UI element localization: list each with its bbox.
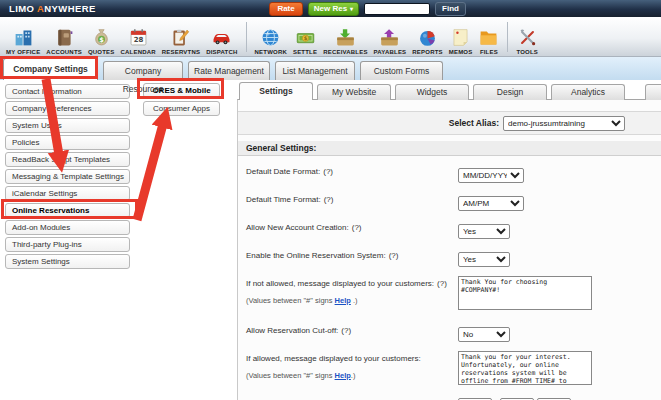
ores-panel-tabs: Settings My Website Widgets Design Analy… (239, 82, 661, 100)
toolbar-label: SETTLE (293, 49, 317, 55)
default-date-format-select[interactable]: MM/DD/YYYY (458, 168, 524, 183)
svg-text:28: 28 (133, 36, 143, 44)
submenu-item-consumer-apps[interactable]: Consumer Apps (143, 101, 220, 116)
enable-online-reservation-select[interactable]: Yes (458, 252, 510, 267)
find-button[interactable]: Find (435, 2, 466, 16)
field-label: If allowed, message displayed to your cu… (246, 354, 421, 363)
annotation-arrow-up (137, 124, 163, 220)
toolbar-divider (507, 22, 508, 52)
tab-partial[interactable] (645, 84, 661, 100)
toolbar-item-memos[interactable]: MEMOS (446, 19, 476, 55)
allow-reservation-cutoff-select[interactable]: No (458, 327, 510, 342)
field-sublabel-end: .) (351, 371, 356, 380)
toolbar-label: MEMOS (449, 49, 473, 55)
toolbar-item-my-office[interactable]: MY OFFICE (3, 19, 43, 55)
limo-anywhere-logo: LIMO ANYWHERE (9, 3, 96, 14)
tab-company-resources[interactable]: Company Resources (103, 61, 183, 80)
tab-list-management[interactable]: List Management (275, 61, 355, 80)
tab-widgets[interactable]: Widgets (395, 84, 469, 100)
toolbar-divider (246, 22, 247, 52)
field-sublabel-end: .) (351, 296, 358, 305)
main-icon-toolbar: MY OFFICE ACCOUNTS $ QUOTES 28 CALENDAR (0, 17, 661, 57)
field-label: Allow Reservation Cut-off: (246, 326, 338, 335)
search-input[interactable] (364, 3, 430, 15)
chevron-down-icon: ▾ (350, 4, 353, 14)
toolbar-item-calendar[interactable]: 28 CALENDAR (118, 19, 159, 55)
toolbar-label: ACCOUNTS (46, 49, 82, 55)
allowed-message-textarea[interactable]: Thank you for your interest. Unfortunate… (458, 351, 592, 385)
general-settings-header: General Settings: (238, 141, 661, 156)
tab-my-website[interactable]: My Website (317, 84, 391, 100)
toolbar-item-payables[interactable]: PAYABLES (371, 19, 410, 55)
tab-settings[interactable]: Settings (239, 82, 313, 100)
select-alias-label: Select Alias: (449, 118, 499, 128)
sidebar-item-add-on-modules[interactable]: Add-on Modules (5, 220, 130, 235)
inbox-arrow-down-icon (335, 27, 356, 48)
tab-company-settings[interactable]: Company Settings (3, 58, 98, 80)
sidebar-item-company-preferences[interactable]: Company Preferences (5, 101, 130, 116)
sidebar-item-system-users[interactable]: System Users (5, 118, 130, 133)
allow-new-account-creation-select[interactable]: Yes (458, 224, 510, 239)
field-allow-reservation-cutoff: Allow Reservation Cut-off:(?) No (246, 323, 661, 342)
settings-sidebar: Contact Information Company Preferences … (5, 84, 130, 271)
toolbar-item-settle[interactable]: $ SETTLE (290, 19, 320, 55)
tab-analytics[interactable]: Analytics (551, 84, 625, 100)
toolbar-label: QUOTES (88, 49, 115, 55)
sidebar-item-online-reservations[interactable]: Online Reservations (5, 203, 130, 218)
inbox-arrow-up-icon (379, 27, 400, 48)
help-question-icon[interactable]: (?) (323, 167, 333, 176)
svg-text:$: $ (99, 35, 104, 43)
help-question-icon[interactable]: (?) (341, 326, 351, 335)
help-question-icon[interactable]: (?) (324, 195, 334, 204)
pie-chart-icon (417, 27, 438, 48)
toolbar-label: REPORTS (412, 49, 442, 55)
toolbar-item-network[interactable]: NETWORK (252, 19, 290, 55)
field-label: Default Time Format: (246, 195, 321, 204)
settings-panel: Select Alias: demo-jrussumtraining Gener… (237, 99, 661, 400)
sidebar-item-contact-information[interactable]: Contact Information (5, 84, 130, 99)
sidebar-item-third-party-plug-ins[interactable]: Third-party Plug-ins (5, 237, 130, 252)
field-not-allowed-message: If not allowed, message displayed to you… (246, 276, 661, 314)
tab-design[interactable]: Design (473, 84, 547, 100)
logo-text-rest: NYWHERE (44, 3, 95, 14)
tab-rate-management[interactable]: Rate Management (188, 61, 270, 80)
field-label: If not allowed, message displayed to you… (246, 279, 434, 288)
field-enable-online-reservation-system: Enable the Online Reservation System:(?)… (246, 248, 661, 267)
tools-icon (517, 27, 538, 48)
help-question-icon[interactable]: (?) (437, 279, 447, 288)
toolbar-label: PAYABLES (374, 49, 407, 55)
sticky-note-icon (450, 27, 471, 48)
new-res-button[interactable]: New Res▾ (308, 2, 359, 16)
toolbar-label: MY OFFICE (6, 49, 40, 55)
general-settings-fields: Default Date Format:(?) MM/DD/YYYY Defau… (238, 156, 661, 400)
field-allowed-message: If allowed, message displayed to your cu… (246, 351, 661, 389)
sidebar-item-icalendar-settings[interactable]: iCalendar Settings (5, 186, 130, 201)
sidebar-item-messaging-template-settings[interactable]: Messaging & Template Settings (5, 169, 130, 184)
select-alias-dropdown[interactable]: demo-jrussumtraining (503, 116, 625, 131)
tab-custom-forms[interactable]: Custom Forms (360, 61, 443, 80)
money-bag-icon: $ (91, 27, 112, 48)
default-time-format-select[interactable]: AM/PM (458, 196, 524, 211)
top-navigation-bar: LIMO ANYWHERE Rate New Res▾ Find (0, 0, 661, 17)
toolbar-item-receivables[interactable]: RECEIVABLES (320, 19, 370, 55)
sidebar-item-system-settings[interactable]: System Settings (5, 254, 130, 269)
help-link[interactable]: Help (335, 371, 351, 380)
toolbar-item-reservtns[interactable]: RESERVTNS (159, 19, 203, 55)
toolbar-item-tools[interactable]: TOOLS (513, 19, 541, 55)
not-allowed-message-textarea[interactable]: Thank You for choosing #COMPANY#! (458, 276, 592, 310)
toolbar-item-dispatch[interactable]: DISPATCH (203, 19, 240, 55)
sidebar-item-policies[interactable]: Policies (5, 135, 130, 150)
toolbar-item-accounts[interactable]: ACCOUNTS (43, 19, 85, 55)
toolbar-item-quotes[interactable]: $ QUOTES (85, 19, 118, 55)
help-question-icon[interactable]: (?) (352, 223, 362, 232)
sidebar-item-readback-script-templates[interactable]: ReadBack Script Templates (5, 152, 130, 167)
help-link[interactable]: Help (335, 296, 351, 305)
address-book-icon (54, 27, 75, 48)
field-allow-new-account-creation: Allow New Account Creation:(?) Yes (246, 220, 661, 239)
toolbar-item-files[interactable]: FILES (475, 19, 502, 55)
globe-icon (260, 27, 281, 48)
toolbar-item-reports[interactable]: REPORTS (409, 19, 445, 55)
help-question-icon[interactable]: (?) (389, 251, 399, 260)
rate-button[interactable]: Rate (269, 2, 302, 16)
field-label: Enable the Online Reservation System: (246, 251, 386, 260)
